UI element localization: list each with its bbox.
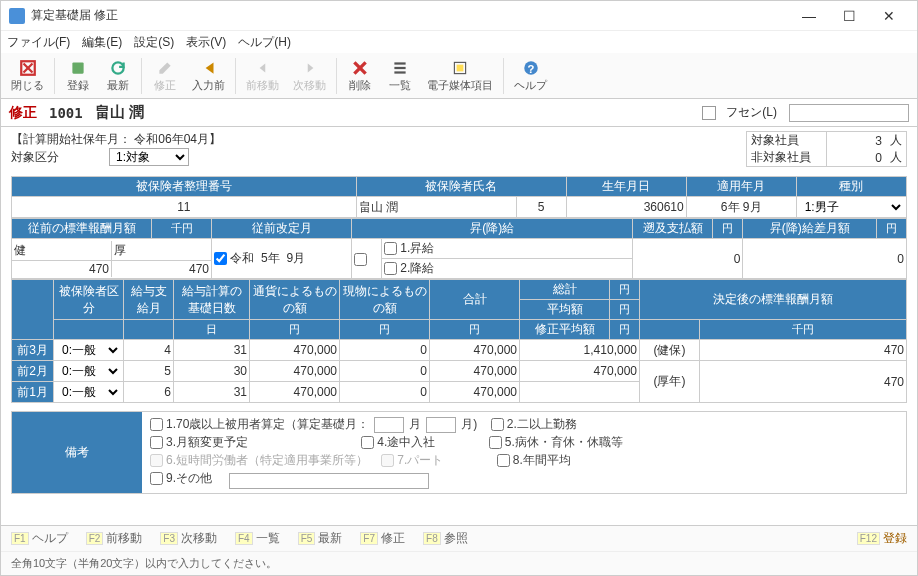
toolbar-close[interactable]: 閉じる bbox=[5, 57, 50, 95]
toolbar-prev-input[interactable]: 入力前 bbox=[186, 57, 231, 95]
remark-1-month2[interactable] bbox=[426, 417, 456, 433]
status-register[interactable]: F12登録 bbox=[857, 530, 907, 547]
hint-bar: 全角10文字（半角20文字）以内で入力してください。 bbox=[1, 551, 917, 575]
menu-file[interactable]: ファイル(F) bbox=[7, 34, 70, 51]
reiwa-checkbox[interactable] bbox=[214, 252, 227, 265]
toolbar-emedia[interactable]: 電子媒体項目 bbox=[421, 57, 499, 95]
status-prev[interactable]: F2前移動 bbox=[86, 530, 143, 547]
up-check[interactable] bbox=[384, 242, 397, 255]
div-select-2[interactable]: 0:一般 bbox=[56, 362, 121, 380]
close-window-button[interactable]: ✕ bbox=[869, 4, 909, 28]
table-row: 前2月 0:一般 5 30 470,000 0 470,000 470,000 … bbox=[12, 361, 907, 382]
down-check[interactable] bbox=[384, 262, 397, 275]
div-select-3[interactable]: 0:一般 bbox=[56, 341, 121, 359]
table-row: 前3月 0:一般 4 31 470,000 0 470,000 1,410,00… bbox=[12, 340, 907, 361]
maximize-button[interactable]: ☐ bbox=[829, 4, 869, 28]
svg-rect-3 bbox=[72, 62, 83, 73]
remark-other-input[interactable] bbox=[229, 473, 429, 489]
remark-4[interactable]: 4.途中入社 bbox=[361, 434, 435, 451]
mode-label: 修正 bbox=[9, 104, 37, 122]
toolbar-prev-move: 前移動 bbox=[240, 57, 285, 95]
status-next[interactable]: F3次移動 bbox=[160, 530, 217, 547]
target-div-select[interactable]: 1:対象 bbox=[109, 148, 189, 166]
toolbar-delete[interactable]: 削除 bbox=[341, 57, 379, 95]
remark-1[interactable]: 1.70歳以上被用者算定（算定基礎月：月月) bbox=[150, 416, 477, 433]
remark-5[interactable]: 5.病休・育休・休職等 bbox=[489, 434, 623, 451]
toolbar-refresh[interactable]: 最新 bbox=[99, 57, 137, 95]
remarks-header: 備考 bbox=[12, 412, 142, 493]
fusen-label: フセン(L) bbox=[726, 104, 777, 121]
toolbar-register[interactable]: 登録 bbox=[59, 57, 97, 95]
remark-7: 7.パート bbox=[381, 452, 443, 469]
counts-table: 対象社員3人 非対象社員0人 bbox=[746, 131, 908, 167]
toolbar-help[interactable]: ?ヘルプ bbox=[508, 57, 553, 95]
remark-9[interactable]: 9.その他 bbox=[150, 470, 212, 487]
toolbar-edit: 修正 bbox=[146, 57, 184, 95]
insured-table: 被保険者整理番号 被保険者氏名 生年月日 適用年月 種別 11 畠山 潤 5 3… bbox=[11, 176, 907, 218]
status-edit[interactable]: F7修正 bbox=[360, 530, 405, 547]
remark-6: 6.短時間労働者（特定適用事業所等） bbox=[150, 452, 368, 469]
remark-8[interactable]: 8.年間平均 bbox=[497, 452, 571, 469]
upgdn-check[interactable] bbox=[354, 253, 367, 266]
window-title: 算定基礎届 修正 bbox=[31, 7, 789, 24]
remark-3[interactable]: 3.月額変更予定 bbox=[150, 434, 248, 451]
employee-id: 1001 bbox=[49, 105, 83, 121]
remarks-section: 備考 1.70歳以上被用者算定（算定基礎月：月月) 2.二以上勤務 3.月額変更… bbox=[11, 411, 907, 494]
toolbar-list[interactable]: 一覧 bbox=[381, 57, 419, 95]
toolbar-next-move: 次移動 bbox=[287, 57, 332, 95]
menu-help[interactable]: ヘルプ(H) bbox=[238, 34, 291, 51]
status-list[interactable]: F4一覧 bbox=[235, 530, 280, 547]
status-refresh[interactable]: F5最新 bbox=[298, 530, 343, 547]
remark-2[interactable]: 2.二以上勤務 bbox=[491, 416, 577, 433]
div-select-1[interactable]: 0:一般 bbox=[56, 383, 121, 401]
remark-1-month1[interactable] bbox=[374, 417, 404, 433]
employee-name: 畠山 潤 bbox=[95, 103, 144, 122]
menu-setting[interactable]: 設定(S) bbox=[134, 34, 174, 51]
monthly-table: 被保険者区分 給与支給月 給与計算の基礎日数 通貨によるものの額 現物によるもの… bbox=[11, 279, 907, 403]
menu-edit[interactable]: 編集(E) bbox=[82, 34, 122, 51]
target-div-label: 対象区分 bbox=[11, 149, 101, 166]
menu-view[interactable]: 表示(V) bbox=[186, 34, 226, 51]
status-ref[interactable]: F8参照 bbox=[423, 530, 468, 547]
status-help[interactable]: F1ヘルプ bbox=[11, 530, 68, 547]
fusen-input[interactable] bbox=[789, 104, 909, 122]
app-icon bbox=[9, 8, 25, 24]
fusen-checkbox[interactable] bbox=[702, 106, 716, 120]
type-select[interactable]: 1:男子 bbox=[799, 198, 904, 216]
minimize-button[interactable]: — bbox=[789, 4, 829, 28]
calc-start-label: 【計算開始社保年月： 令和06年04月】 bbox=[11, 131, 221, 148]
prev-remuneration-table: 従前の標準報酬月額 千円 従前改定月 昇(降)給 遡及支払額 円 昇(降)給差月… bbox=[11, 218, 907, 279]
svg-rect-11 bbox=[457, 64, 464, 71]
svg-text:?: ? bbox=[527, 62, 534, 74]
